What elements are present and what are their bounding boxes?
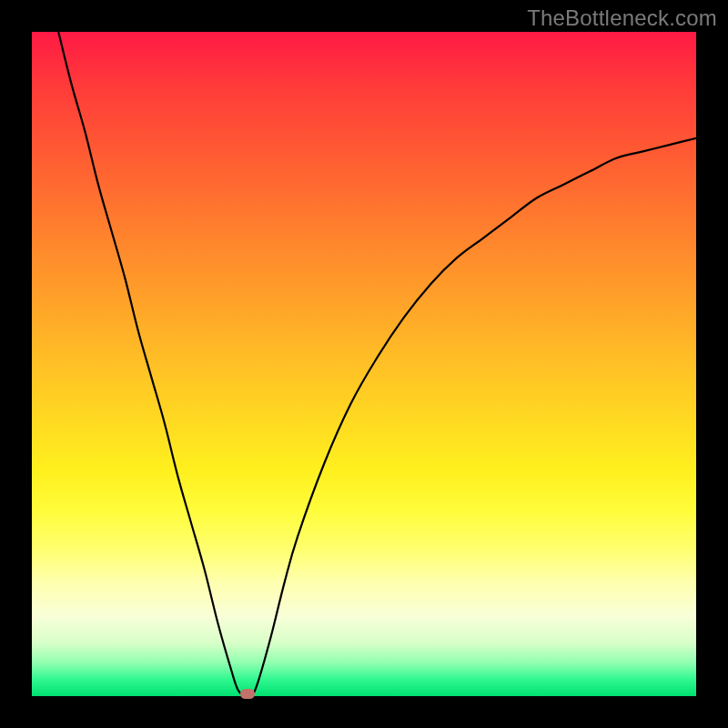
curve-path [58, 32, 696, 696]
plot-area [32, 32, 696, 696]
minimum-marker [240, 689, 255, 699]
chart-stage: TheBottleneck.com [0, 0, 728, 728]
watermark-text: TheBottleneck.com [527, 5, 717, 31]
bottleneck-curve [32, 32, 696, 696]
